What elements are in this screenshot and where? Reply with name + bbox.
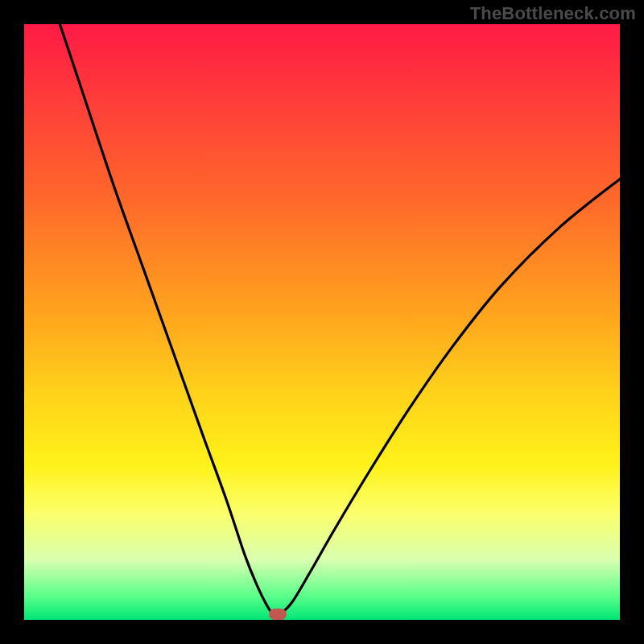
chart-frame: TheBottleneck.com (0, 0, 644, 644)
curve-path (60, 24, 620, 615)
bottleneck-curve (24, 24, 620, 620)
plot-area (24, 24, 620, 620)
watermark-text: TheBottleneck.com (470, 3, 636, 24)
minimum-marker (269, 609, 287, 620)
